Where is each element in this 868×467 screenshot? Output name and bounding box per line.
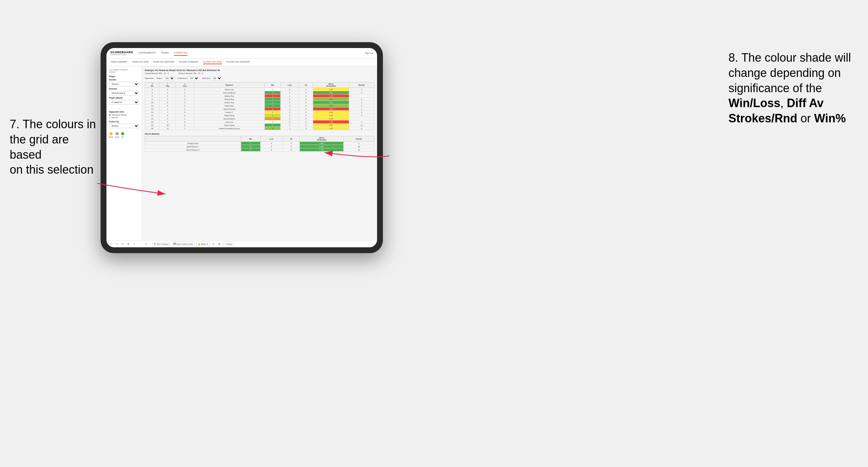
td-div: 16: [145, 117, 160, 120]
td-win: 1: [265, 98, 280, 101]
table-row: 5 2 2 Alexis Sudjianto 1 0 0 4.00 3: [145, 91, 374, 94]
ood-td-rounds: 2: [344, 142, 374, 145]
td-conf: 1: [176, 107, 194, 111]
legend-up-dot: [121, 132, 124, 135]
td-reg: 2: [160, 117, 176, 120]
td-diff: 3.33: [313, 104, 349, 107]
td-tie: 1: [299, 88, 313, 91]
th-ood-diff: Diff AvStrokes/Rnd: [300, 136, 344, 142]
sub-nav-player-h2h-grid[interactable]: PLAYER H2H GRID: [203, 60, 222, 64]
top-nav: SCOREBOARD Powered by clippd TOURNAMENTS…: [106, 48, 377, 58]
nav-tournaments[interactable]: TOURNAMENTS: [138, 50, 156, 56]
gender-select[interactable]: Women's: [109, 82, 139, 86]
sub-nav-team-h2h-heatmap[interactable]: TEAM H2H HEATMAP: [153, 60, 175, 64]
td-rounds: 4: [349, 101, 374, 104]
td-reg: 1: [160, 98, 176, 101]
toolbar-view-original[interactable]: 👁 View: Original: [152, 242, 170, 246]
td-win: 2: [265, 101, 280, 104]
toolbar-save-custom[interactable]: 💾 Save Custom View: [172, 242, 195, 246]
filter-conference-select[interactable]: (All): [188, 76, 199, 80]
toolbar-share[interactable]: ↗ Share: [223, 242, 234, 246]
ood-td-loss: 0: [260, 142, 283, 145]
td-diff: 3.67: [313, 98, 349, 101]
ood-td-win: 15: [241, 145, 260, 148]
toolbar-cut[interactable]: ✂: [132, 242, 136, 246]
sub-nav-player-h2h-heatmap[interactable]: PLAYER H2H HEATMAP: [226, 60, 250, 64]
th-ood-win: Win: [241, 136, 260, 142]
toolbar-redo1[interactable]: ↪: [115, 242, 119, 246]
td-rounds: 3: [349, 91, 374, 94]
ood-td-win: 5: [241, 148, 260, 152]
player-section-label: Player: [109, 75, 139, 77]
table-row: 3 1 1 Esther Lee 1 0 1 1.50 4: [145, 88, 374, 91]
th-diff: Diff AvStrokes/Rnd: [313, 83, 349, 88]
toolbar-dots[interactable]: ···: [138, 242, 142, 246]
division-select[interactable]: NCAA Division III: [109, 91, 139, 95]
ood-td-rounds: 10: [344, 148, 374, 152]
td-div: 5: [145, 91, 160, 94]
td-loss: 1: [281, 94, 299, 98]
colour-by-select[interactable]: Win/loss: [109, 124, 139, 128]
bottom-toolbar: ↩ ↪ ⟳ ⊞ ✂ ··· ⊙ 👁 View: Original 💾 Save …: [106, 240, 377, 247]
td-name: Heejo Hyun: [194, 104, 265, 107]
td-conf: 1: [176, 88, 194, 91]
filter-opponents: Opponents:: [145, 77, 154, 79]
td-conf: 7: [176, 127, 194, 130]
td-rounds: [349, 94, 374, 98]
td-reg: 2: [160, 120, 176, 124]
table-row: 16 2 1 Jessica Mason 1 2 0 -0.94: [145, 117, 374, 120]
table-row: 13 1 1 Jessica Huang 0 1 0 -3.00 2: [145, 107, 374, 111]
nav-teams[interactable]: TEAMS: [161, 50, 169, 56]
h2h-table: #Div #Reg #Conf Opponent Win Loss Tie Di…: [145, 82, 374, 130]
sub-nav: TEAM SUMMARY TEAM H2H GRID TEAM H2H HEAT…: [106, 58, 377, 66]
grid-area: Katelyn Vo Head-to-Head Grid for Women's…: [142, 66, 377, 240]
table-row: 11 6 2 Heejo Hyun 1 0 0 3.33 3: [145, 104, 374, 107]
filter-opponent-select[interactable]: (All): [211, 76, 222, 80]
legend-down: Down: [109, 132, 113, 138]
division-label: Division: [109, 88, 139, 90]
out-of-div-table: Win Loss Tie Diff AvStrokes/Rnd Rounds F…: [145, 136, 374, 152]
toolbar-btn-extra1[interactable]: ⊡: [212, 242, 215, 246]
player-rank-select[interactable]: 6. Katelyn Vo: [109, 100, 139, 104]
td-win: 1: [265, 114, 280, 117]
radio-opponents-played[interactable]: Opponents Played: [109, 114, 139, 116]
td-win: 1: [265, 117, 280, 120]
td-win: 2: [265, 111, 280, 114]
nav-committee[interactable]: COMMITTEE: [174, 50, 188, 56]
legend-up: Up: [121, 132, 124, 138]
grid-record: Overall Record: 353 - 34 - 6 Division Re…: [145, 72, 374, 74]
td-conf: 5: [176, 114, 194, 117]
annotation-left: 7. The colours in the grid are based on …: [10, 117, 101, 178]
td-conf: 2: [176, 120, 194, 124]
toolbar-grid[interactable]: ⊞: [127, 242, 130, 246]
td-rounds: 4: [349, 114, 374, 117]
ood-td-name: NAIA Division 1: [145, 145, 241, 148]
filter-region-select[interactable]: (All): [163, 76, 175, 80]
table-row: 14 7 4 Eunice Yi 2 2 0 0.38 9: [145, 111, 374, 114]
td-win: 1: [265, 104, 280, 107]
td-conf: 4: [176, 98, 194, 101]
sub-nav-player-summary[interactable]: PLAYER SUMMARY: [179, 60, 198, 64]
td-rounds: 2: [349, 107, 374, 111]
td-loss: 2: [281, 117, 299, 120]
toolbar-watch[interactable]: 🔔 Watch ▾: [196, 242, 210, 246]
th-ood-rounds: Rounds: [344, 136, 374, 142]
th-win: Win: [265, 83, 280, 88]
toolbar-btn-extra2[interactable]: ⊠: [217, 242, 221, 246]
toolbar-undo[interactable]: ↩: [109, 242, 113, 246]
toolbar-redo2[interactable]: ⟳: [121, 242, 125, 246]
td-loss: 0: [281, 88, 299, 91]
sub-nav-team-h2h-grid[interactable]: TEAM H2H GRID: [132, 60, 149, 64]
td-name: Emily Chang: [194, 124, 265, 127]
th-ood-name: [145, 136, 241, 142]
td-div: 10: [145, 101, 160, 104]
sign-out-link[interactable]: Sign out: [365, 52, 373, 54]
toolbar-circle[interactable]: ⊙: [144, 242, 148, 246]
td-rounds: 11: [349, 124, 374, 127]
radio-top100[interactable]: Top 100: [109, 117, 139, 119]
last-updated: Last Updated: 27/03/2024 16:55:38: [109, 69, 139, 73]
td-rounds: 9: [349, 111, 374, 114]
ood-td-diff: 7.400: [300, 148, 344, 152]
filters-row: Opponents: Region (All) Conference (All): [145, 76, 374, 80]
sub-nav-team-summary[interactable]: TEAM SUMMARY: [110, 60, 127, 64]
